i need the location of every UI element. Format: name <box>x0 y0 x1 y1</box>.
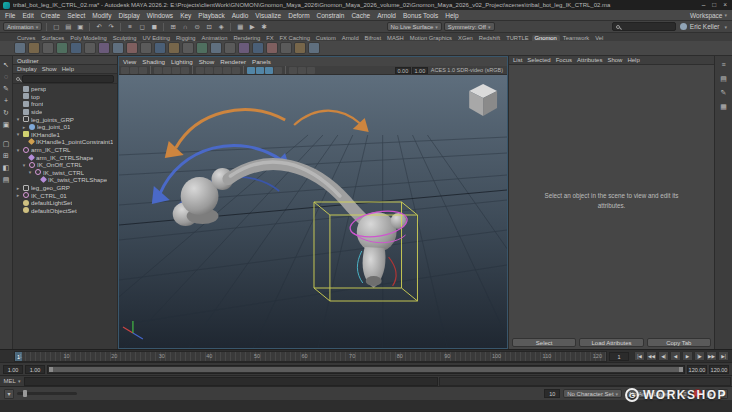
status-search-box[interactable] <box>612 22 676 31</box>
play-backwards-button[interactable]: ◀ <box>670 351 681 361</box>
menu-playback[interactable]: Playback <box>198 12 224 19</box>
outliner-menu-display[interactable]: Display <box>17 66 37 72</box>
viewport-menu-panels[interactable]: Panels <box>252 58 271 65</box>
expand-arrow-icon[interactable] <box>15 116 21 122</box>
snap-to-curve-icon[interactable]: ∩ <box>180 22 190 32</box>
step-back-frame-button[interactable]: ◀| <box>658 351 669 361</box>
step-forward-key-button[interactable]: ▶▶ <box>706 351 717 361</box>
shelf-button[interactable] <box>70 42 82 54</box>
ae-menu-selected[interactable]: Selected <box>527 57 550 63</box>
outliner-item[interactable]: defaultObjectSet <box>13 207 117 215</box>
shelf-button[interactable] <box>280 42 292 54</box>
ae-menu-list[interactable]: List <box>513 57 522 63</box>
layout-split-pane-button[interactable]: ◧ <box>1 162 12 173</box>
menu-arnold[interactable]: Arnold <box>377 12 396 19</box>
viewport-toolbar-icon-active[interactable] <box>247 67 255 74</box>
outliner-item[interactable]: persp <box>13 85 117 93</box>
shelf-button[interactable] <box>224 42 236 54</box>
select-by-hierarchy-icon[interactable]: ≡ <box>125 22 135 32</box>
menu-create[interactable]: Create <box>41 12 61 19</box>
ae-menu-focus[interactable]: Focus <box>556 57 572 63</box>
layout-outliner-button[interactable]: ▤ <box>1 174 12 185</box>
expand-arrow-icon[interactable] <box>21 124 27 130</box>
ae-menu-attributes[interactable]: Attributes <box>577 57 602 63</box>
playback-end-field[interactable]: 120.00 <box>687 365 707 374</box>
user-account[interactable]: Eric Keller <box>678 23 729 30</box>
close-button[interactable]: × <box>723 0 727 10</box>
menu-select[interactable]: Select <box>67 12 85 19</box>
outliner-item[interactable]: IK_twist_CTRL <box>13 169 117 177</box>
viewport-toolbar-icon[interactable] <box>307 67 315 74</box>
outliner-item[interactable]: top <box>13 93 117 101</box>
outliner-item[interactable]: IKHandle1 <box>13 131 117 139</box>
menu-windows[interactable]: Windows <box>147 12 173 19</box>
viewport-toolbar-icon[interactable] <box>121 67 129 74</box>
menu-file[interactable]: File <box>5 12 15 19</box>
attribute-editor-toggle-icon[interactable]: ▤ <box>719 74 729 84</box>
outliner-item[interactable]: IK_CTRL_01 <box>13 191 117 199</box>
shelf-button[interactable] <box>168 42 180 54</box>
menu-audio[interactable]: Audio <box>232 12 249 19</box>
command-line-input[interactable] <box>24 377 438 386</box>
expand-arrow-icon[interactable] <box>15 185 21 191</box>
viewport-menu-show[interactable]: Show <box>199 58 214 65</box>
outliner-item[interactable]: front <box>13 100 117 108</box>
shelf-button[interactable] <box>126 42 138 54</box>
outliner-item[interactable]: defaultLightSet <box>13 199 117 207</box>
ae-menu-show[interactable]: Show <box>607 57 622 63</box>
animation-end-field[interactable]: 120.00 <box>709 365 729 374</box>
step-back-key-button[interactable]: ◀◀ <box>646 351 657 361</box>
viewport-toolbar-icon[interactable] <box>181 67 189 74</box>
menu-help[interactable]: Help <box>445 12 458 19</box>
expand-arrow-icon[interactable] <box>21 162 27 168</box>
shelf-button[interactable] <box>28 42 40 54</box>
ae-menu-help[interactable]: Help <box>627 57 639 63</box>
copy-tab-button[interactable]: Copy Tab <box>647 338 711 347</box>
new-scene-icon[interactable]: ▢ <box>51 22 61 32</box>
outliner-item[interactable]: arm_IK_CTRL <box>13 146 117 154</box>
shelf-button[interactable] <box>84 42 96 54</box>
snap-to-plane-icon[interactable]: ⊡ <box>204 22 214 32</box>
viewport-menu-shading[interactable]: Shading <box>142 58 165 65</box>
viewport-toolbar-icon[interactable] <box>298 67 306 74</box>
range-start-handle[interactable] <box>49 367 53 372</box>
expand-arrow-icon[interactable] <box>27 169 33 175</box>
exposure-field[interactable]: 0.00 <box>395 67 411 74</box>
viewport-menu-lighting[interactable]: Lighting <box>171 58 193 65</box>
shelf-button[interactable] <box>210 42 222 54</box>
step-forward-frame-button[interactable]: |▶ <box>694 351 705 361</box>
slider-handle[interactable] <box>23 390 27 397</box>
search-input[interactable] <box>622 24 672 30</box>
playback-speed-slider[interactable] <box>17 392 77 395</box>
make-live-icon[interactable]: ◈ <box>216 22 226 32</box>
symmetry-dropdown[interactable]: Symmetry: Off <box>444 22 495 31</box>
viewport-canvas[interactable] <box>119 75 507 348</box>
snap-to-grid-icon[interactable]: ⊞ <box>168 22 178 32</box>
viewport-menu-view[interactable]: View <box>123 58 136 65</box>
select-by-object-icon[interactable]: ◻ <box>137 22 147 32</box>
render-icon[interactable]: ▦ <box>235 22 245 32</box>
range-end-handle[interactable] <box>679 367 683 372</box>
expand-arrow-icon[interactable] <box>15 192 21 198</box>
color-space-label[interactable]: ACES 1.0 SDR-video (sRGB) <box>429 67 505 73</box>
menu-set-selector[interactable]: Animation <box>3 22 42 31</box>
outliner-item[interactable]: arm_IK_CTRLShape <box>13 153 117 161</box>
viewport-toolbar-icon[interactable] <box>130 67 138 74</box>
undo-icon[interactable]: ↶ <box>94 22 104 32</box>
workspace-selector[interactable]: Workspace <box>690 12 727 19</box>
menu-constrain[interactable]: Constrain <box>317 12 345 19</box>
viewport-toolbar-icon-active[interactable] <box>256 67 264 74</box>
animation-start-field[interactable]: 1.00 <box>3 365 23 374</box>
viewport-toolbar-icon[interactable] <box>196 67 204 74</box>
open-scene-icon[interactable]: ▤ <box>63 22 73 32</box>
layout-four-pane-button[interactable]: ⊞ <box>1 150 12 161</box>
menu-key[interactable]: Key <box>180 12 191 19</box>
tool-settings-toggle-icon[interactable]: ✎ <box>719 88 729 98</box>
character-set-menu[interactable]: No Character Set <box>563 389 622 398</box>
shelf-button[interactable] <box>112 42 124 54</box>
modeling-toolkit-toggle-icon[interactable]: ▦ <box>719 102 729 112</box>
rotate-tool[interactable]: ↻ <box>1 107 12 118</box>
outliner-item[interactable]: IKHandle1_pointConstraint1 <box>13 138 117 146</box>
menu-cache[interactable]: Cache <box>351 12 370 19</box>
go-to-start-button[interactable]: |◀ <box>634 351 645 361</box>
